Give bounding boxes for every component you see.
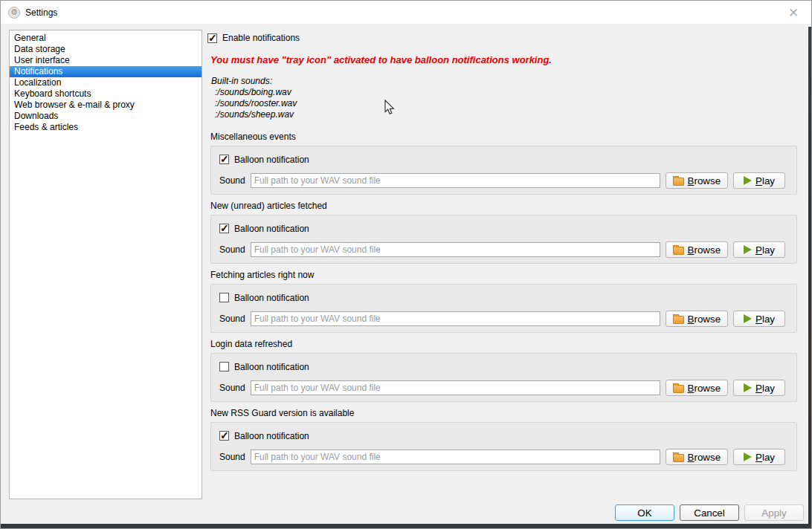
browse-button[interactable]: Browse — [666, 311, 728, 327]
folder-icon — [673, 178, 684, 186]
section-title: New RSS Guard version is available — [210, 408, 797, 419]
balloon-notification-checkbox[interactable] — [219, 431, 229, 441]
balloon-notification-row: Balloon notification — [219, 430, 786, 441]
titlebar: ⚙ Settings ✕ — [1, 1, 811, 24]
sidebar-item[interactable]: Keyboard shortcuts — [10, 88, 202, 100]
enable-notifications-label: Enable notifications — [222, 33, 300, 43]
cancel-button[interactable]: Cancel — [680, 504, 739, 521]
notification-section: Miscellaneous events Balloon notificatio… — [210, 132, 797, 195]
builtin-sounds-heading: Built-in sounds: — [211, 76, 297, 87]
browse-button[interactable]: Browse — [666, 449, 728, 465]
browse-button[interactable]: Browse — [666, 241, 728, 258]
ok-button[interactable]: OK — [615, 504, 674, 521]
play-button-label: Play — [755, 244, 775, 256]
settings-gear-icon: ⚙ — [8, 7, 20, 19]
sidebar-item[interactable]: Web browser & e-mail & proxy — [10, 100, 202, 111]
enable-notifications-row: Enable notifications — [207, 33, 300, 43]
browse-button-label: Browse — [688, 383, 721, 394]
builtin-sound-path: :/sounds/sheep.wav — [211, 109, 297, 120]
play-icon — [744, 245, 752, 254]
sound-row: Sound Browse Play — [219, 311, 786, 327]
balloon-notification-label: Balloon notification — [234, 155, 309, 165]
play-button[interactable]: Play — [733, 380, 785, 396]
sound-path-input[interactable] — [251, 242, 660, 257]
browse-button-label: Browse — [688, 244, 721, 256]
folder-icon — [673, 247, 684, 255]
play-icon — [744, 383, 752, 392]
sidebar-item[interactable]: Feeds & articles — [10, 122, 202, 133]
enable-notifications-checkbox[interactable] — [207, 33, 217, 43]
sound-row: Sound Browse Play — [219, 241, 786, 258]
section-group-box: Balloon notification Sound Browse Play — [210, 215, 797, 264]
window-title: Settings — [25, 7, 57, 18]
sidebar-item[interactable]: Downloads — [10, 111, 202, 122]
browse-button-label: Browse — [688, 452, 721, 463]
background-app-edge-bottom — [0, 524, 812, 529]
play-button[interactable]: Play — [733, 241, 785, 258]
balloon-notification-row: Balloon notification — [219, 223, 786, 234]
balloon-notification-label: Balloon notification — [234, 362, 309, 372]
section-title: Miscellaneous events — [210, 132, 797, 143]
settings-category-list: General Data storage User interface Noti… — [9, 30, 202, 499]
notification-section: Login data refreshed Balloon notificatio… — [210, 339, 797, 402]
close-icon[interactable]: ✕ — [784, 4, 802, 22]
balloon-notification-label: Balloon notification — [234, 224, 309, 234]
sidebar-item[interactable]: User interface — [10, 55, 202, 66]
sound-label: Sound — [219, 452, 245, 462]
balloon-notification-row: Balloon notification — [219, 361, 786, 372]
sound-label: Sound — [219, 175, 245, 186]
play-icon — [744, 176, 752, 185]
play-button-label: Play — [755, 452, 775, 463]
browse-button[interactable]: Browse — [666, 380, 728, 396]
section-group-box: Balloon notification Sound Browse Play — [210, 353, 797, 402]
browse-button[interactable]: Browse — [666, 172, 728, 189]
builtin-sound-path: :/sounds/boing.wav — [211, 87, 297, 98]
section-title: New (unread) articles fetched — [210, 201, 797, 212]
balloon-notification-checkbox[interactable] — [219, 155, 229, 164]
sound-row: Sound Browse Play — [219, 380, 786, 396]
sound-label: Sound — [219, 383, 245, 393]
background-app-edge-right — [808, 27, 812, 529]
sound-row: Sound Browse Play — [219, 449, 786, 465]
sidebar-item[interactable]: General — [10, 33, 202, 44]
builtin-sounds-block: Built-in sounds: :/sounds/boing.wav :/so… — [211, 76, 297, 120]
sound-label: Sound — [219, 244, 245, 255]
notification-section: New (unread) articles fetched Balloon no… — [210, 201, 797, 264]
browse-button-label: Browse — [688, 175, 721, 186]
browse-button-label: Browse — [688, 314, 721, 325]
apply-button[interactable]: Apply — [744, 504, 804, 521]
folder-icon — [673, 316, 684, 324]
sound-row: Sound Browse Play — [219, 172, 786, 189]
sound-label: Sound — [219, 314, 245, 324]
builtin-sounds-files: :/sounds/boing.wav :/sounds/rooster.wav … — [211, 87, 297, 120]
balloon-notification-checkbox[interactable] — [219, 224, 229, 233]
section-title: Login data refreshed — [210, 339, 797, 350]
balloon-notification-row: Balloon notification — [219, 154, 786, 165]
builtin-sound-path: :/sounds/rooster.wav — [211, 98, 297, 109]
sound-path-input[interactable] — [251, 450, 660, 464]
play-button[interactable]: Play — [733, 311, 785, 327]
play-button[interactable]: Play — [733, 449, 785, 465]
sidebar-item[interactable]: Localization — [10, 77, 202, 88]
sound-path-input[interactable] — [251, 380, 660, 395]
section-group-box: Balloon notification Sound Browse Play — [210, 422, 797, 471]
play-icon — [744, 452, 752, 461]
play-icon — [744, 314, 752, 323]
play-button-label: Play — [755, 383, 775, 394]
section-group-box: Balloon notification Sound Browse Play — [210, 146, 797, 195]
balloon-notification-checkbox[interactable] — [219, 362, 229, 371]
sound-path-input[interactable] — [251, 311, 660, 326]
play-button[interactable]: Play — [733, 172, 785, 189]
play-button-label: Play — [755, 314, 775, 325]
sidebar-item[interactable]: Data storage — [10, 44, 202, 55]
balloon-notification-row: Balloon notification — [219, 292, 786, 303]
section-title: Fetching articles right now — [210, 270, 797, 281]
sidebar-item[interactable]: Notifications — [10, 66, 202, 77]
play-button-label: Play — [755, 175, 775, 186]
sound-path-input[interactable] — [251, 173, 660, 188]
notification-section: New RSS Guard version is available Ballo… — [210, 408, 797, 471]
tray-icon-warning: You must have "tray icon" activated to h… — [210, 54, 552, 65]
folder-icon — [673, 385, 684, 393]
section-group-box: Balloon notification Sound Browse Play — [210, 284, 797, 333]
balloon-notification-checkbox[interactable] — [219, 293, 229, 302]
